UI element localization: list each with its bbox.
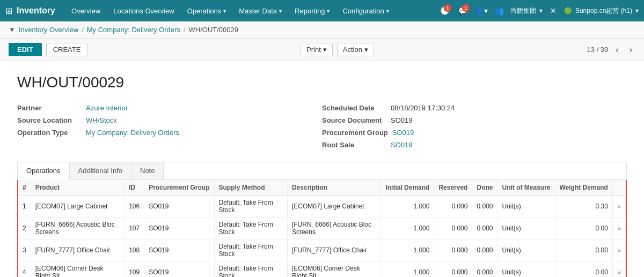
procurement-group-label: Procurement Group <box>322 129 388 137</box>
cell-description: [ECOM06] Corner Desk Right Sit <box>287 261 380 278</box>
partner-value[interactable]: Azure Interior <box>86 104 128 112</box>
fields-right: Scheduled Date 08/18/2019 17:30:24 Sourc… <box>322 104 627 149</box>
cell-description: [FURN_6666] Acoustic Bloc Screens <box>287 218 380 239</box>
cell-unit-of-measure: Unit(s) <box>497 218 555 239</box>
breadcrumb-inventory-overview[interactable]: Inventory Overview <box>19 26 78 34</box>
table-wrapper: # Product ID Procurement Group Supply Me… <box>17 180 627 277</box>
action-bar: EDIT CREATE Print ▾ Action ▾ 13 / 39 ‹ › <box>0 39 644 61</box>
contacts-icon[interactable]: 👥 <box>492 3 507 18</box>
create-button[interactable]: CREATE <box>46 43 88 56</box>
partner-field: Partner Azure Interior <box>17 104 322 112</box>
chat-icon[interactable]: 💬 1 <box>456 3 471 18</box>
user-icon[interactable]: 👤▾ <box>474 3 489 18</box>
breadcrumb: ▼ Inventory Overview / My Company: Deliv… <box>0 21 644 39</box>
source-location-value[interactable]: WH/Stock <box>86 116 117 124</box>
pagination-text: 13 / 39 <box>587 46 609 54</box>
cell-row-menu[interactable]: ≡ <box>612 261 625 278</box>
cell-row-menu[interactable]: ≡ <box>612 196 625 218</box>
cell-unit-of-measure: Unit(s) <box>497 239 555 261</box>
cell-weight-demand: 0.00 <box>555 239 612 261</box>
breadcrumb-current: WH/OUT/00029 <box>189 26 238 34</box>
operation-type-label: Operation Type <box>17 129 82 137</box>
cell-supply-method: Default: Take From Stock <box>214 196 287 218</box>
grid-icon[interactable]: ⊞ <box>5 6 12 16</box>
cell-done: 0.000 <box>472 261 497 278</box>
cell-done: 0.000 <box>472 218 497 239</box>
tab-operations[interactable]: Operations <box>18 162 70 180</box>
cell-unit-of-measure: Unit(s) <box>497 261 555 278</box>
close-icon[interactable]: ✕ <box>546 3 561 18</box>
table-row[interactable]: 3 [FURN_7777] Office Chair 108 SO019 Def… <box>18 239 626 261</box>
table-row[interactable]: 2 [FURN_6666] Acoustic Bloc Screens 107 … <box>18 218 626 239</box>
fields-section: Partner Azure Interior Source Location W… <box>17 104 627 149</box>
scheduled-date-field: Scheduled Date 08/18/2019 17:30:24 <box>322 104 627 112</box>
nav-operations[interactable]: Operations ▾ <box>182 0 232 21</box>
cell-reserved: 0.000 <box>434 261 472 278</box>
document-title: WH/OUT/00029 <box>17 74 627 91</box>
cell-weight-demand: 0.33 <box>555 196 612 218</box>
root-sale-value[interactable]: SO019 <box>391 141 412 149</box>
pagination-next-button[interactable]: › <box>626 44 635 56</box>
cell-weight-demand: 0.00 <box>555 218 612 239</box>
chevron-down-icon: ▾ <box>323 46 327 54</box>
col-done: Done <box>472 180 497 196</box>
pagination: 13 / 39 ‹ › <box>587 44 635 56</box>
col-unit-of-measure: Unit of Measure <box>497 180 555 196</box>
breadcrumb-separator: / <box>82 26 84 34</box>
cell-initial-demand: 1.000 <box>381 196 434 218</box>
col-initial-demand: Initial Demand <box>381 180 434 196</box>
chevron-down-icon: ▾ <box>327 8 330 14</box>
col-reserved: Reserved <box>434 180 472 196</box>
procurement-group-field: Procurement Group SO019 <box>322 129 627 137</box>
table-row[interactable]: 4 [ECOM06] Corner Desk Right Sit 109 SO0… <box>18 261 626 278</box>
chevron-down-icon: ▾ <box>364 46 368 54</box>
breadcrumb-separator: / <box>184 26 186 34</box>
navbar-right: 🕐 1 💬 1 👤▾ 👥 尚鹏集团 ▾ ✕ 🟢 Sunpop.cn超营 (h1)… <box>437 3 639 18</box>
tab-note[interactable]: Note <box>131 162 164 179</box>
tabs-header: Operations Additional Info Note <box>18 162 626 180</box>
root-sale-label: Root Sale <box>322 141 386 149</box>
cell-done: 0.000 <box>472 196 497 218</box>
cell-description: [FURN_7777] Office Chair <box>287 239 380 261</box>
tab-additional-info[interactable]: Additional Info <box>70 162 131 179</box>
edit-button[interactable]: EDIT <box>9 43 42 56</box>
operation-type-value[interactable]: My Company: Delivery Orders <box>86 129 179 137</box>
tabs-container: Operations Additional Info Note <box>17 162 627 180</box>
clock-icon[interactable]: 🕐 1 <box>437 3 452 18</box>
cell-row-menu[interactable]: ≡ <box>612 239 625 261</box>
main-content: WH/OUT/00029 Partner Azure Interior Sour… <box>0 61 644 277</box>
table-header-row: # Product ID Procurement Group Supply Me… <box>18 180 626 196</box>
brand-label: Inventory <box>17 6 55 16</box>
nav-locations-overview[interactable]: Locations Overview <box>108 0 179 21</box>
breadcrumb-expand-icon[interactable]: ▼ <box>9 26 16 34</box>
cell-id: 106 <box>125 196 144 218</box>
breadcrumb-delivery-orders[interactable]: My Company: Delivery Orders <box>87 26 180 34</box>
clock-badge: 1 <box>444 4 451 12</box>
cell-row-menu[interactable]: ≡ <box>612 218 625 239</box>
scheduled-date-label: Scheduled Date <box>322 104 386 112</box>
user-site[interactable]: 🟢 Sunpop.cn超营 (h1) ▾ <box>564 6 639 16</box>
nav-overview[interactable]: Overview <box>66 0 106 21</box>
pagination-prev-button[interactable]: ‹ <box>612 44 621 56</box>
table-row[interactable]: 1 [ECOM07] Large Cabinet 106 SO019 Defau… <box>18 196 626 218</box>
navbar: ⊞ Inventory Overview Locations Overview … <box>0 0 644 21</box>
nav-reporting[interactable]: Reporting ▾ <box>289 0 335 21</box>
nav-master-data[interactable]: Master Data ▾ <box>233 0 287 21</box>
cell-reserved: 0.000 <box>434 239 472 261</box>
col-actions <box>612 180 625 196</box>
cell-product: [ECOM07] Large Cabinet <box>31 196 124 218</box>
procurement-group-value[interactable]: SO019 <box>392 129 414 137</box>
col-num: # <box>18 180 31 196</box>
source-document-field: Source Document SO019 <box>322 116 627 124</box>
cell-initial-demand: 1.000 <box>381 218 434 239</box>
cell-description: [ECOM07] Large Cabinet <box>287 196 380 218</box>
chat-badge: 1 <box>462 4 470 12</box>
print-button[interactable]: Print ▾ <box>301 43 333 56</box>
company-selector[interactable]: 尚鹏集团 ▾ <box>510 6 543 16</box>
operation-type-field: Operation Type My Company: Delivery Orde… <box>17 129 322 137</box>
col-id: ID <box>125 180 144 196</box>
nav-configuration[interactable]: Configuration ▾ <box>337 0 394 21</box>
cell-supply-method: Default: Take From Stock <box>214 239 287 261</box>
fields-left: Partner Azure Interior Source Location W… <box>17 104 322 149</box>
action-button[interactable]: Action ▾ <box>337 43 374 56</box>
